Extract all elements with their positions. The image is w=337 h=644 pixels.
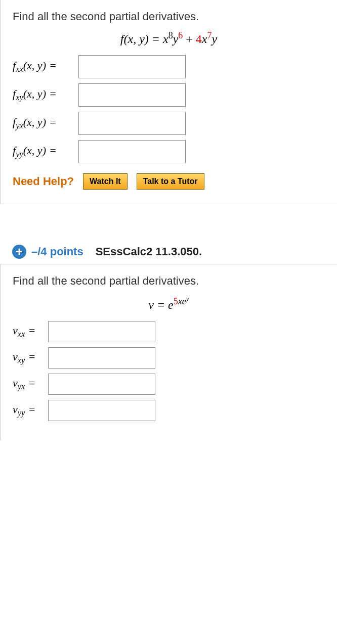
label-sub: xx	[18, 329, 25, 339]
input-vyx[interactable]	[48, 374, 155, 395]
label-sub: yy	[16, 149, 23, 159]
input-fxx[interactable]	[78, 55, 186, 78]
label-args: (x, y)	[23, 59, 46, 72]
formula2-exp-mid: xe	[178, 296, 186, 306]
answer-row-vyy: vyy =	[13, 400, 325, 421]
label-vyy: vyy =	[13, 403, 48, 418]
label-sub: yx	[16, 121, 23, 130]
input-fxy[interactable]	[78, 83, 186, 107]
prompt-text-2: Find all the second partial derivatives.	[13, 274, 325, 288]
formula-lhs: f(x, y) =	[120, 32, 163, 45]
formula-plus: +	[183, 32, 196, 45]
reference-text: SEssCalc2 11.3.050.	[96, 245, 202, 258]
equals-sign: =	[47, 87, 56, 100]
answer-row-vyx: vyx =	[13, 374, 325, 395]
label-sub: xy	[18, 355, 25, 365]
formula2-lhs: v = e	[148, 298, 174, 311]
equals-sign: =	[26, 350, 35, 363]
formula-base4: y	[212, 32, 218, 45]
input-vxy[interactable]	[48, 347, 155, 369]
plus-icon[interactable]: +	[12, 245, 26, 259]
input-fyy[interactable]	[78, 140, 186, 163]
formula-exp2: 6	[178, 30, 183, 40]
formula2-exp: 5xey	[174, 296, 189, 306]
talk-to-tutor-button[interactable]: Talk to a Tutor	[137, 173, 204, 190]
question-header: + –/4 points SEssCalc2 11.3.050.	[0, 240, 337, 264]
equals-sign: =	[47, 116, 56, 128]
answer-row-vxy: vxy =	[13, 347, 325, 369]
answer-row-vxx: vxx =	[13, 321, 325, 342]
answer-row-fxx: fxx(x, y) =	[13, 55, 325, 78]
label-var: v	[13, 324, 18, 337]
label-sub: yx	[18, 382, 25, 391]
question-block-2: Find all the second partial derivatives.…	[0, 264, 337, 440]
input-fyx[interactable]	[78, 112, 186, 135]
equals-sign: =	[47, 59, 56, 72]
equals-sign: =	[26, 324, 35, 337]
label-fxy: fxy(x, y) =	[13, 87, 78, 103]
formula2-exp-sup: y	[186, 295, 189, 302]
formula-base1: x	[163, 32, 168, 45]
equals-sign: =	[26, 377, 35, 389]
need-help-row: Need Help? Watch It Talk to a Tutor	[13, 173, 325, 190]
question-block-1: Find all the second partial derivatives.…	[0, 0, 337, 204]
watch-it-button[interactable]: Watch It	[83, 173, 128, 190]
label-args: (x, y)	[23, 144, 46, 157]
formula2-exp-red: 5	[174, 296, 178, 306]
points-text: –/4 points	[31, 245, 83, 258]
formula-base3: x	[202, 32, 207, 45]
formula-exp1: 8	[168, 30, 173, 40]
label-sub: xx	[16, 64, 23, 74]
label-args: (x, y)	[23, 116, 46, 128]
label-sub: yy	[18, 408, 25, 418]
label-fxx: fxx(x, y) =	[13, 59, 78, 74]
formula-base2: y	[173, 32, 179, 45]
input-vxx[interactable]	[48, 321, 155, 342]
label-args: (x, y)	[23, 87, 46, 100]
equals-sign: =	[26, 403, 35, 416]
answer-row-fxy: fxy(x, y) =	[13, 83, 325, 107]
label-var: v	[13, 350, 18, 363]
label-vxx: vxx =	[13, 324, 48, 339]
formula-coef: 4	[196, 32, 202, 45]
input-vyy[interactable]	[48, 400, 155, 421]
label-vxy: vxy =	[13, 350, 48, 365]
formula-1: f(x, y) = x8y6 + 4x7y	[13, 30, 325, 46]
label-fyy: fyy(x, y) =	[13, 144, 78, 159]
need-help-label: Need Help?	[13, 175, 74, 188]
label-sub: xy	[16, 93, 23, 102]
answer-row-fyx: fyx(x, y) =	[13, 112, 325, 135]
formula-exp3: 7	[207, 30, 212, 40]
label-vyx: vyx =	[13, 377, 48, 392]
formula-2: v = e5xey	[13, 295, 325, 312]
label-var: v	[13, 403, 18, 416]
label-var: v	[13, 377, 18, 389]
prompt-text: Find all the second partial derivatives.	[13, 10, 325, 23]
answer-row-fyy: fyy(x, y) =	[13, 140, 325, 163]
equals-sign: =	[47, 144, 56, 157]
label-fyx: fyx(x, y) =	[13, 116, 78, 131]
